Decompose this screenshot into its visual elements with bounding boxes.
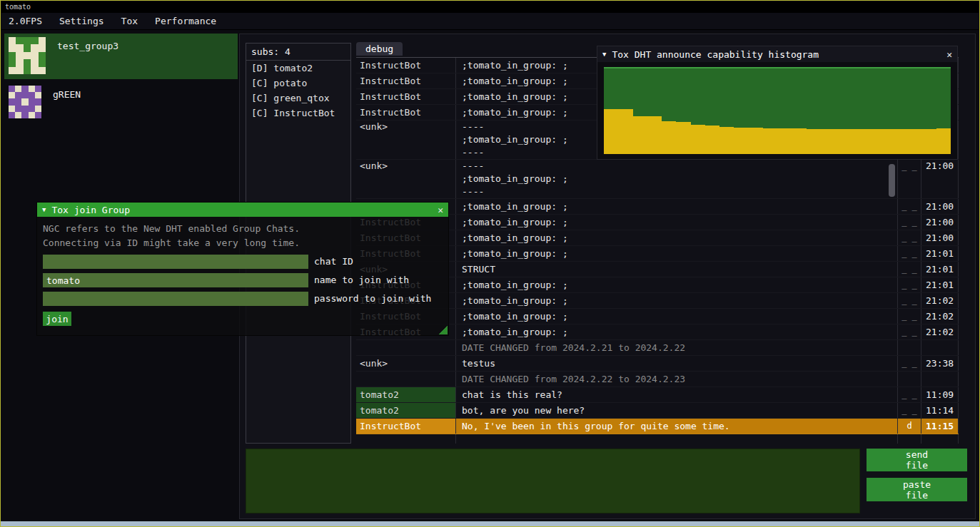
chat-row[interactable]: <unk>---- ;tomato_in_group: ; ----_ _21:… xyxy=(356,160,959,199)
chat-row-status: _ _ xyxy=(898,230,921,245)
avatar-pixel xyxy=(9,67,16,74)
collapse-arrow-icon[interactable]: ▼ xyxy=(42,206,46,213)
join-info-line: Connecting via ID might take a very long… xyxy=(43,236,443,250)
menubar: 2.0FPS SettingsToxPerformance xyxy=(1,13,979,30)
join-group-titlebar[interactable]: ▼ Tox join Group ✕ xyxy=(37,203,448,217)
chat-row[interactable]: tomato2chat is this real?_ _11:09 xyxy=(356,387,959,403)
avatar-pixel xyxy=(16,59,23,66)
avatar-pixel xyxy=(16,67,23,74)
avatar-pixel xyxy=(21,106,28,112)
chat-row-time xyxy=(921,340,959,355)
chat-row-time: 21:00 xyxy=(921,199,959,214)
avatar-pixel xyxy=(35,92,41,98)
histogram-bar xyxy=(662,121,676,154)
avatar-pixel xyxy=(35,106,41,112)
chat-row-message: ;tomato_in_group: ; xyxy=(456,277,898,292)
chat-row-time: 21:01 xyxy=(921,246,959,261)
send-file-button[interactable]: send file xyxy=(867,449,967,471)
filler-cell xyxy=(456,434,898,444)
titlebar: tomato xyxy=(1,1,979,13)
histogram-titlebar[interactable]: ▼ Tox DHT announce capability histogram … xyxy=(597,46,957,62)
avatar-pixel xyxy=(9,37,16,44)
chat-row-status xyxy=(898,340,921,355)
histogram-body xyxy=(597,62,957,159)
histogram-bar xyxy=(763,128,777,154)
window-title: tomato xyxy=(5,3,31,11)
member-list-item[interactable]: [C] InstructBot xyxy=(246,106,350,121)
member-list-item[interactable]: [C] green_qtox xyxy=(246,91,350,106)
chat-row-status: _ _ xyxy=(898,293,921,308)
chat-row-time: 21:00 xyxy=(921,160,959,198)
paste-file-button[interactable]: paste file xyxy=(867,478,967,501)
chat-row-message: bot, are you new here? xyxy=(456,403,898,418)
close-icon[interactable]: ✕ xyxy=(946,49,952,60)
member-list-item[interactable]: [C] potato xyxy=(246,76,350,91)
join-button[interactable]: join xyxy=(43,312,71,326)
menu-item-settings[interactable]: Settings xyxy=(51,16,113,26)
tab-debug[interactable]: debug xyxy=(356,42,403,56)
chat-row-time: 21:00 xyxy=(921,230,959,245)
menu-item-tox[interactable]: Tox xyxy=(113,16,146,26)
message-input[interactable] xyxy=(246,449,860,513)
chat-row[interactable]: <unk>testus_ _23:38 xyxy=(356,356,959,372)
avatar-pixel xyxy=(29,86,35,92)
join-field-row: password to join with xyxy=(43,292,443,306)
avatar-pixel xyxy=(24,37,31,44)
chat-row-author: <unk> xyxy=(356,160,456,198)
member-count: subs: 4 xyxy=(246,44,350,61)
chat-row-message: ;tomato_in_group: ; xyxy=(456,215,898,230)
avatar-pixel xyxy=(29,112,35,118)
chat-row-author xyxy=(356,340,456,355)
join-input-chat-ID[interactable] xyxy=(43,255,308,269)
group-item-test_group3[interactable]: test_group3 xyxy=(4,34,238,79)
avatar-pixel xyxy=(39,52,46,59)
chat-row[interactable]: tomato2bot, are you new here?_ _11:14 xyxy=(356,403,959,419)
avatar-pixel xyxy=(15,86,21,92)
histogram-bar xyxy=(835,129,849,154)
chat-row-status: _ _ xyxy=(898,387,921,402)
join-info-line: NGC refers to the New DHT enabled Group … xyxy=(43,222,443,236)
avatar-pixel xyxy=(24,67,31,74)
chat-row-message: ;tomato_in_group: ; xyxy=(456,246,898,261)
chat-row-status: _ _ xyxy=(898,246,921,261)
group-item-gREEN[interactable]: gREEN xyxy=(4,82,238,128)
chat-row-status: _ _ xyxy=(898,277,921,292)
chat-row-message: DATE CHANGED from 2024.2.21 to 2024.2.22 xyxy=(456,340,898,355)
menu-item-performance[interactable]: Performance xyxy=(146,16,225,26)
join-field-label: password to join with xyxy=(314,292,431,306)
collapse-arrow-icon[interactable]: ▼ xyxy=(602,51,606,58)
join-input-password-to-join-with[interactable] xyxy=(43,292,308,306)
chat-row-message: ;tomato_in_group: ; xyxy=(456,324,898,339)
chat-row-status: _ _ xyxy=(898,403,921,418)
group-avatar xyxy=(9,86,41,118)
group-name: test_group3 xyxy=(57,41,118,76)
resize-grip-icon[interactable] xyxy=(439,326,448,334)
histogram-bar xyxy=(676,122,690,154)
chat-row-author: InstructBot xyxy=(356,105,456,120)
chat-row[interactable]: InstructBotNo, I've been in this group f… xyxy=(356,419,959,434)
group-list: test_group3gREEN xyxy=(4,34,238,131)
histogram-bar xyxy=(719,127,734,154)
chat-row[interactable]: DATE CHANGED from 2024.2.21 to 2024.2.22 xyxy=(356,340,959,356)
histogram-bar xyxy=(618,109,632,154)
close-icon[interactable]: ✕ xyxy=(438,205,443,215)
member-list-item[interactable]: [D] tomato2 xyxy=(246,61,350,76)
avatar-pixel xyxy=(9,106,15,112)
chat-scrollbar-thumb[interactable] xyxy=(889,164,895,197)
member-list: [D] tomato2[C] potato[C] green_qtox[C] I… xyxy=(246,61,350,121)
avatar-pixel xyxy=(29,106,35,112)
chat-row-status: _ _ xyxy=(898,199,921,214)
avatar-pixel xyxy=(39,37,46,44)
chat-row-time: 11:09 xyxy=(921,387,959,402)
filler-cell xyxy=(356,434,456,444)
chat-row[interactable]: DATE CHANGED from 2024.2.22 to 2024.2.23 xyxy=(356,372,959,387)
histogram-bar xyxy=(734,128,748,154)
histogram-bar xyxy=(936,128,951,154)
chat-row-author: InstructBot xyxy=(356,419,456,434)
join-input-name-to-join-with[interactable] xyxy=(43,273,308,287)
menubar-items: SettingsToxPerformance xyxy=(51,16,225,26)
histogram-bar xyxy=(893,129,907,154)
avatar-pixel xyxy=(16,52,23,59)
chat-row-message: STRUCT xyxy=(456,262,898,277)
chat-row-time: 23:38 xyxy=(921,356,959,371)
